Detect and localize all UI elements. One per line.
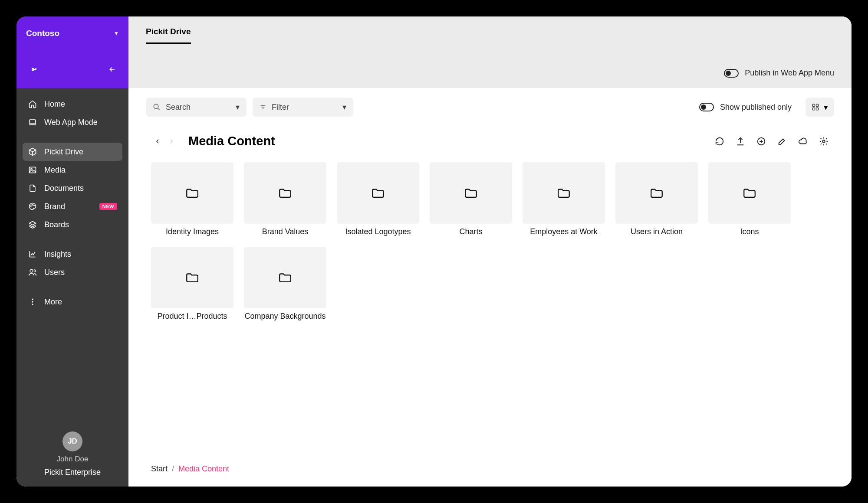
file-icon — [28, 183, 37, 193]
breadcrumb: Start / Media Content — [128, 464, 852, 474]
avatar[interactable]: JD — [62, 431, 82, 451]
laptop-icon — [28, 118, 37, 127]
sidebar-item-home[interactable]: Home — [23, 95, 122, 113]
folder-card[interactable]: Icons — [708, 162, 791, 236]
sidebar-item-label: Users — [44, 268, 117, 277]
published-toggle[interactable] — [699, 103, 714, 111]
folder-tile — [244, 247, 326, 308]
upload-icon[interactable] — [735, 136, 746, 147]
breadcrumb-sep: / — [172, 464, 174, 474]
chart-icon — [28, 249, 37, 259]
plan-name: Pickit Enterprise — [16, 468, 128, 477]
folder-card[interactable]: Identity Images — [151, 162, 233, 236]
pin-icon[interactable] — [26, 62, 40, 76]
sidebar: Contoso ▼ HomeWeb App Mode Pickit DriveM… — [16, 16, 128, 487]
new-badge: NEW — [99, 203, 117, 210]
filter-icon — [260, 104, 266, 111]
breadcrumb-current[interactable]: Media Content — [178, 464, 229, 474]
folder-card[interactable]: Isolated Logotypes — [337, 162, 419, 236]
folder-label: Users in Action — [615, 227, 698, 236]
folder-card[interactable]: Brand Values — [244, 162, 326, 236]
org-selector[interactable]: Contoso ▼ — [16, 16, 128, 50]
sidebar-item-label: Media — [44, 166, 117, 175]
folder-icon — [555, 186, 572, 200]
sidebar-item-users[interactable]: Users — [23, 263, 122, 281]
folder-tile — [708, 162, 791, 224]
sidebar-item-pickit-drive[interactable]: Pickit Drive — [23, 143, 122, 161]
palette-icon — [28, 202, 37, 211]
folder-card[interactable]: Users in Action — [615, 162, 698, 236]
sidebar-item-label: Insights — [44, 250, 117, 259]
users-icon — [28, 268, 37, 277]
breadcrumb-start[interactable]: Start — [151, 464, 168, 474]
forward-button[interactable] — [165, 135, 178, 148]
folder-label: Employees at Work — [523, 227, 605, 236]
folder-tile — [244, 162, 326, 224]
home-icon — [28, 99, 37, 109]
edit-icon[interactable] — [777, 136, 787, 147]
org-name: Contoso — [26, 29, 59, 38]
folder-icon — [369, 186, 387, 200]
sidebar-item-documents[interactable]: Documents — [23, 179, 122, 197]
publish-label: Publish in Web App Menu — [745, 69, 834, 78]
folder-icon — [276, 270, 294, 285]
folder-tile — [430, 162, 512, 224]
search-input[interactable]: Search ▾ — [146, 98, 247, 117]
gear-icon[interactable] — [819, 136, 829, 147]
sidebar-item-label: Documents — [44, 184, 117, 193]
folder-tile — [151, 247, 233, 308]
add-icon[interactable] — [756, 136, 766, 147]
svg-point-10 — [154, 104, 158, 109]
filter-label: Filter — [272, 103, 289, 112]
filter-button[interactable]: Filter ▾ — [253, 98, 353, 117]
svg-rect-13 — [812, 108, 815, 110]
sidebar-item-web-app-mode[interactable]: Web App Mode — [23, 113, 122, 131]
folder-icon — [184, 270, 201, 285]
cube-icon — [28, 147, 37, 157]
svg-point-5 — [34, 205, 35, 206]
refresh-icon[interactable] — [714, 136, 725, 147]
folder-label: Brand Values — [244, 227, 326, 236]
svg-rect-12 — [816, 104, 819, 106]
dots-icon — [28, 297, 37, 307]
folder-label: Company Backgrounds — [244, 312, 326, 321]
caret-down-icon: ▼ — [114, 30, 119, 36]
sidebar-item-label: Web App Mode — [44, 118, 117, 127]
cloud-icon[interactable] — [798, 136, 808, 147]
publish-toggle[interactable] — [724, 69, 739, 78]
folder-label: Charts — [430, 227, 512, 236]
sidebar-item-label: Brand — [44, 202, 92, 211]
action-icons — [714, 136, 829, 147]
sidebar-item-more[interactable]: More — [23, 293, 122, 311]
tab-pickit-drive[interactable]: Pickit Drive — [146, 23, 191, 44]
folder-tile — [615, 162, 698, 224]
sidebar-item-boards[interactable]: Boards — [23, 216, 122, 234]
back-button[interactable] — [151, 135, 164, 148]
sidebar-item-label: Pickit Drive — [44, 147, 117, 157]
svg-rect-11 — [812, 104, 815, 106]
folder-card[interactable]: Employees at Work — [523, 162, 605, 236]
search-icon — [153, 103, 161, 111]
folder-card[interactable]: Product I…Products — [151, 247, 233, 321]
folder-card[interactable]: Company Backgrounds — [244, 247, 326, 321]
caret-down-icon: ▾ — [824, 102, 828, 112]
svg-rect-1 — [30, 167, 36, 173]
folder-grid: Identity ImagesBrand ValuesIsolated Logo… — [128, 157, 852, 321]
caret-down-icon: ▾ — [342, 102, 346, 112]
svg-point-16 — [822, 140, 825, 143]
folder-label: Product I…Products — [151, 312, 233, 321]
svg-point-3 — [30, 206, 31, 206]
sidebar-item-insights[interactable]: Insights — [23, 245, 122, 263]
sidebar-item-media[interactable]: Media — [23, 161, 122, 179]
folder-card[interactable]: Charts — [430, 162, 512, 236]
sidebar-item-brand[interactable]: BrandNEW — [23, 197, 122, 216]
view-switcher[interactable]: ▾ — [806, 98, 834, 117]
pin-row — [16, 50, 128, 88]
published-label: Show published only — [720, 103, 792, 112]
folder-label: Identity Images — [151, 227, 233, 236]
svg-point-6 — [30, 269, 33, 272]
svg-point-4 — [32, 204, 33, 205]
tabs: Pickit Drive — [146, 16, 834, 44]
collapse-icon[interactable] — [105, 62, 119, 76]
svg-rect-0 — [30, 120, 35, 124]
